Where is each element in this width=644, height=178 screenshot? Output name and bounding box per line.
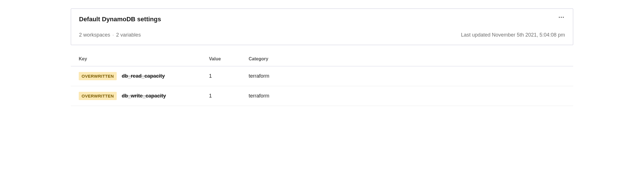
key-cell: OVERWRITTEN db_read_capacity bbox=[79, 72, 209, 80]
variables-table: Key Value Category OVERWRITTEN db_read_c… bbox=[71, 53, 573, 106]
header-value: Value bbox=[209, 56, 249, 62]
workspace-count: 2 workspaces bbox=[79, 32, 110, 38]
category-cell: terraform bbox=[249, 93, 565, 99]
card-header: Default DynamoDB settings bbox=[79, 16, 565, 23]
header-category: Category bbox=[249, 56, 565, 62]
last-updated: Last updated November 5th 2021, 5:04:08 … bbox=[461, 32, 565, 38]
table-row: OVERWRITTEN db_write_capacity 1 terrafor… bbox=[71, 86, 573, 106]
meta-left: 2 workspaces · 2 variables bbox=[79, 32, 141, 38]
value-cell: 1 bbox=[209, 73, 249, 79]
meta-separator: · bbox=[112, 32, 114, 38]
key-cell: OVERWRITTEN db_write_capacity bbox=[79, 92, 209, 100]
overwritten-badge: OVERWRITTEN bbox=[79, 72, 117, 80]
table-row: OVERWRITTEN db_read_capacity 1 terraform bbox=[71, 66, 573, 86]
settings-card: Default DynamoDB settings 2 workspaces ·… bbox=[71, 9, 573, 45]
overwritten-badge: OVERWRITTEN bbox=[79, 92, 117, 100]
variable-count: 2 variables bbox=[116, 32, 141, 38]
variable-key-name: db_read_capacity bbox=[122, 73, 165, 79]
header-key: Key bbox=[79, 56, 209, 62]
card-title: Default DynamoDB settings bbox=[79, 16, 161, 23]
table-header-row: Key Value Category bbox=[71, 53, 573, 66]
value-cell: 1 bbox=[209, 93, 249, 99]
variable-key-name: db_write_capacity bbox=[122, 93, 166, 99]
card-meta: 2 workspaces · 2 variables Last updated … bbox=[79, 32, 565, 38]
more-options-icon[interactable] bbox=[558, 16, 565, 19]
category-cell: terraform bbox=[249, 73, 565, 79]
